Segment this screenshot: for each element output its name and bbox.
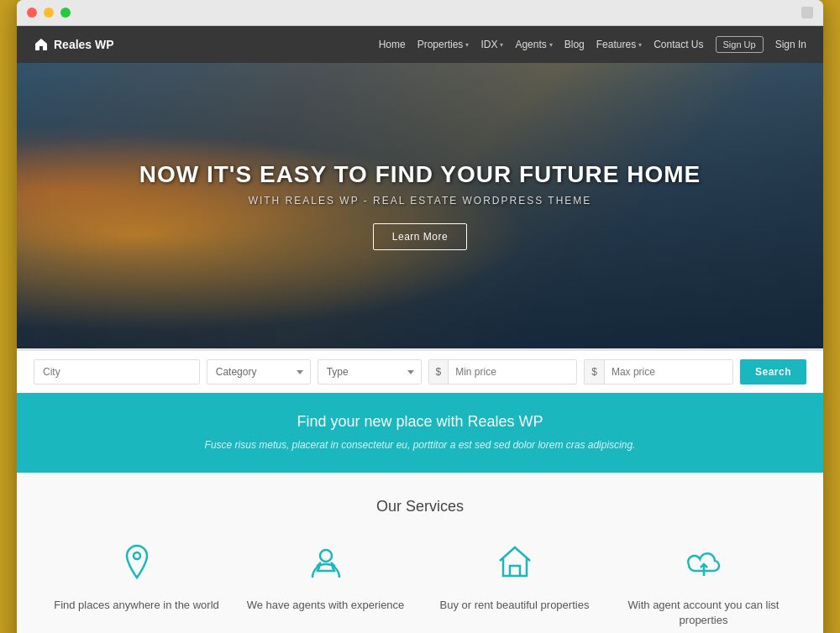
maximize-button[interactable] — [60, 8, 71, 18]
minimize-button[interactable] — [44, 8, 54, 18]
agents-dropdown-icon: ▾ — [549, 41, 553, 49]
service-label-house: Buy or rent beautiful properties — [440, 598, 590, 613]
teal-banner-title: Find your new place with Reales WP — [34, 413, 806, 431]
brand-logo[interactable]: Reales WP — [34, 37, 114, 52]
nav-item-signin[interactable]: Sign In — [775, 39, 806, 50]
nav-item-properties[interactable]: Properties ▾ — [417, 39, 470, 50]
browser-window: Reales WP Home Properties ▾ IDX ▾ Agen — [17, 0, 823, 633]
service-label-cloud: With agent account you can list properti… — [617, 598, 790, 628]
nav-item-blog[interactable]: Blog — [564, 39, 585, 50]
services-title: Our Services — [34, 498, 806, 515]
svg-point-0 — [134, 552, 140, 559]
search-bar: Category Residential Commercial Type Buy… — [17, 348, 823, 393]
brand-name: Reales WP — [54, 38, 114, 51]
min-price-currency: $ — [429, 360, 449, 384]
search-button[interactable]: Search — [740, 359, 806, 385]
max-price-group: $ — [584, 359, 733, 385]
services-section: Our Services Find places anywhere in the… — [17, 473, 823, 633]
type-select[interactable]: Type Buy Rent — [318, 359, 422, 385]
service-item-cloud: With agent account you can list properti… — [617, 539, 790, 628]
agent-person-icon — [302, 539, 349, 586]
hero-subtitle: WITH REALES WP - REAL ESTATE WORDPRESS T… — [139, 195, 701, 207]
max-price-currency: $ — [585, 360, 605, 384]
idx-dropdown-icon: ▾ — [500, 41, 503, 49]
service-item-location: Find places anywhere in the world — [50, 539, 223, 628]
hero-section: NOW IT'S EASY TO FIND YOUR FUTURE HOME W… — [17, 63, 823, 348]
service-item-house: Buy or rent beautiful properties — [428, 539, 601, 628]
house-icon — [491, 539, 538, 586]
nav-item-home[interactable]: Home — [379, 39, 406, 50]
teal-banner: Find your new place with Reales WP Fusce… — [17, 393, 823, 473]
service-label-agents: We have agents with experience — [247, 598, 405, 613]
nav-menu: Home Properties ▾ IDX ▾ Agents ▾ — [379, 36, 806, 53]
features-dropdown-icon: ▾ — [638, 41, 642, 49]
service-item-agents: We have agents with experience — [239, 539, 412, 628]
hero-content: NOW IT'S EASY TO FIND YOUR FUTURE HOME W… — [123, 161, 717, 250]
browser-chrome — [17, 0, 823, 26]
svg-point-1 — [320, 550, 332, 562]
close-button[interactable] — [27, 8, 37, 18]
nav-item-contact[interactable]: Contact Us — [654, 39, 703, 50]
cloud-upload-icon — [680, 539, 727, 586]
properties-dropdown-icon: ▾ — [465, 41, 469, 49]
home-brand-icon — [34, 37, 49, 52]
nav-item-signup[interactable]: Sign Up — [716, 36, 764, 53]
expand-icon — [801, 7, 813, 18]
navbar: Reales WP Home Properties ▾ IDX ▾ Agen — [17, 26, 823, 63]
category-select[interactable]: Category Residential Commercial — [207, 359, 311, 385]
max-price-input[interactable] — [605, 360, 733, 384]
nav-item-features[interactable]: Features ▾ — [596, 39, 642, 50]
nav-item-agents[interactable]: Agents ▾ — [515, 39, 552, 50]
services-grid: Find places anywhere in the world We hav… — [34, 539, 806, 628]
service-label-location: Find places anywhere in the world — [54, 598, 219, 613]
city-input[interactable] — [34, 359, 200, 385]
min-price-input[interactable] — [449, 360, 577, 384]
nav-item-idx[interactable]: IDX ▾ — [480, 39, 503, 50]
location-pin-icon — [113, 539, 160, 586]
learn-more-button[interactable]: Learn More — [373, 223, 467, 250]
hero-title: NOW IT'S EASY TO FIND YOUR FUTURE HOME — [139, 161, 701, 188]
teal-banner-subtitle: Fusce risus metus, placerat in consectet… — [34, 437, 806, 453]
min-price-group: $ — [428, 359, 578, 385]
